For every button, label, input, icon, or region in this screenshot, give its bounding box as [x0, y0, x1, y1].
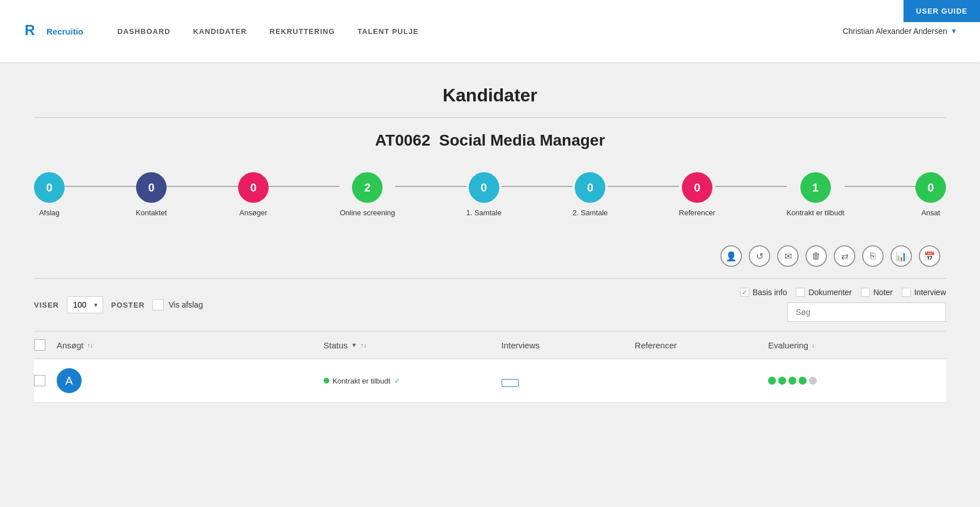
- th-ansogt[interactable]: Ansøgt ↑↓: [57, 340, 324, 350]
- pipeline-item-samtale1[interactable]: 0 1. Samtale: [466, 172, 502, 217]
- pipeline-line-1: [167, 186, 238, 187]
- title-divider: [34, 117, 946, 118]
- noter-check: [861, 288, 870, 297]
- basis-info-label: Basis info: [753, 288, 787, 297]
- user-name: Christian Alexander Andersen: [843, 27, 947, 36]
- table-header: Ansøgt ↑↓ Status ▼ ↑↓ Interviews Referen…: [34, 331, 946, 359]
- search-input[interactable]: [787, 303, 946, 322]
- pipeline-item-ansoger[interactable]: 0 Ansøger: [238, 172, 269, 217]
- pipeline-line-5: [608, 186, 679, 187]
- eval-dot-4: [799, 377, 807, 385]
- pipeline-item-kontaktet[interactable]: 0 Kontaktet: [136, 172, 167, 217]
- pipeline-label-kontrakt: Kontrakt er tilbudt: [787, 208, 845, 217]
- email-icon[interactable]: ✉: [777, 245, 799, 267]
- pipeline-bubble-online_screening[interactable]: 2: [352, 172, 383, 203]
- pipeline-item-kontrakt[interactable]: 1 Kontrakt er tilbudt: [787, 172, 845, 217]
- vis-afslag-checkbox[interactable]: [152, 299, 164, 310]
- pipeline-line-2: [269, 186, 340, 187]
- count-select-wrapper: 100 50 25 10: [67, 296, 103, 313]
- eval-dot-2: [778, 377, 786, 385]
- column-toggles: ✓ Basis info Dokumenter Noter Interview: [740, 288, 946, 297]
- pipeline-bubble-kontrakt[interactable]: 1: [800, 172, 831, 203]
- th-referencer-label: Referencer: [635, 340, 677, 350]
- th-status[interactable]: Status ▼ ↑↓: [324, 340, 502, 350]
- pipeline-line-4: [502, 186, 573, 187]
- refresh-icon[interactable]: ↺: [749, 245, 770, 267]
- chart-icon[interactable]: 📊: [890, 245, 912, 267]
- pipeline-bubble-kontaktet[interactable]: 0: [136, 172, 167, 203]
- toggle-basis-info[interactable]: ✓ Basis info: [740, 288, 787, 297]
- pipeline-item-ansat[interactable]: 0 Ansat: [915, 172, 946, 217]
- sort-status-icon2: ↑↓: [360, 342, 367, 348]
- person-icon[interactable]: 👤: [720, 245, 742, 267]
- row-checkbox[interactable]: [34, 375, 45, 386]
- pipeline-bubble-samtale2[interactable]: 0: [575, 172, 605, 203]
- eval-dot-1: [768, 377, 776, 385]
- user-menu[interactable]: Christian Alexander Andersen ▼: [843, 27, 957, 36]
- pipeline-item-online_screening[interactable]: 2 Online screening: [340, 172, 395, 217]
- pipeline-label-referencer: Referencer: [679, 208, 715, 217]
- filter-row: VISER 100 50 25 10 POSTER Vis afslag ✓ B…: [34, 278, 946, 331]
- th-evaluering[interactable]: Evaluering ↓: [768, 340, 946, 350]
- copy-icon[interactable]: ⎘: [862, 245, 884, 267]
- pipeline-bubble-ansat[interactable]: 0: [915, 172, 946, 203]
- count-select[interactable]: 100 50 25 10: [67, 296, 103, 313]
- basis-info-check: ✓: [740, 288, 749, 297]
- pipeline-label-samtale1: 1. Samtale: [466, 208, 502, 217]
- viser-label: VISER: [34, 301, 59, 309]
- vis-afslag-label: Vis afslag: [168, 300, 202, 309]
- th-evaluering-label: Evaluering: [768, 340, 808, 350]
- status-text: Kontrakt er tilbudt: [333, 377, 391, 385]
- calendar-icon[interactable]: 📅: [919, 245, 940, 267]
- user-guide-button[interactable]: USER GUIDE: [903, 0, 980, 22]
- job-subtitle: AT0062 Social Media Manager: [34, 131, 946, 150]
- sort-ansogt-icon: ↑↓: [87, 342, 94, 348]
- interview-button[interactable]: [502, 379, 519, 387]
- toggle-interview[interactable]: Interview: [902, 288, 946, 297]
- th-select-all: [34, 339, 57, 351]
- nav-talent-pulje[interactable]: TALENT PULJE: [358, 27, 419, 36]
- pipeline-label-online_screening: Online screening: [340, 208, 395, 217]
- nav-links: DASHBOARD KANDIDATER REKRUTTERING TALENT…: [117, 27, 843, 36]
- row-checkbox-area: [34, 375, 57, 386]
- logo-text: Recruitio: [46, 27, 83, 36]
- pipeline-bubble-referencer[interactable]: 0: [682, 172, 712, 203]
- status-dot: [324, 378, 329, 384]
- delete-icon[interactable]: 🗑: [805, 245, 827, 267]
- interview-label: Interview: [914, 288, 946, 297]
- logo-area: R Recruitio: [23, 21, 83, 41]
- status-check-icon: ✓: [394, 376, 401, 385]
- sort-evaluering-icon: ↓: [812, 342, 815, 348]
- toolbar-icons: 👤 ↺ ✉ 🗑 ⇄ ⎘ 📊 📅: [34, 245, 946, 267]
- filter-right: ✓ Basis info Dokumenter Noter Interview: [740, 288, 946, 322]
- chevron-down-icon: ▼: [951, 27, 957, 35]
- pipeline-label-afslag: Afslag: [39, 208, 60, 217]
- transfer-icon[interactable]: ⇄: [834, 245, 855, 267]
- pipeline-label-ansat: Ansat: [921, 208, 940, 217]
- nav-rekruttering[interactable]: REKRUTTERING: [270, 27, 335, 36]
- nav-kandidater[interactable]: KANDIDATER: [193, 27, 247, 36]
- pipeline-bubble-afslag[interactable]: 0: [34, 172, 65, 203]
- pipeline-bubble-samtale1[interactable]: 0: [469, 172, 499, 203]
- th-referencer: Referencer: [635, 340, 768, 350]
- row-name-area: A: [57, 368, 324, 393]
- select-all-checkbox[interactable]: [34, 339, 45, 351]
- pipeline-item-referencer[interactable]: 0 Referencer: [679, 172, 715, 217]
- toggle-dokumenter[interactable]: Dokumenter: [796, 288, 851, 297]
- avatar: A: [57, 368, 82, 393]
- row-status: Kontrakt er tilbudt ✓: [324, 376, 502, 385]
- pipeline-line-0: [65, 186, 136, 187]
- pipeline-item-afslag[interactable]: 0 Afslag: [34, 172, 65, 217]
- dokumenter-check: [796, 288, 805, 297]
- th-interviews: Interviews: [502, 340, 635, 350]
- noter-label: Noter: [873, 288, 893, 297]
- toggle-noter[interactable]: Noter: [861, 288, 893, 297]
- logo-icon: R: [23, 21, 43, 41]
- pipeline-label-kontaktet: Kontaktet: [136, 208, 167, 217]
- row-evaluering: [768, 377, 946, 385]
- pipeline-label-samtale2: 2. Samtale: [572, 208, 608, 217]
- eval-dot-3: [788, 377, 796, 385]
- pipeline-bubble-ansoger[interactable]: 0: [238, 172, 269, 203]
- nav-dashboard[interactable]: DASHBOARD: [117, 27, 171, 36]
- pipeline-item-samtale2[interactable]: 0 2. Samtale: [572, 172, 608, 217]
